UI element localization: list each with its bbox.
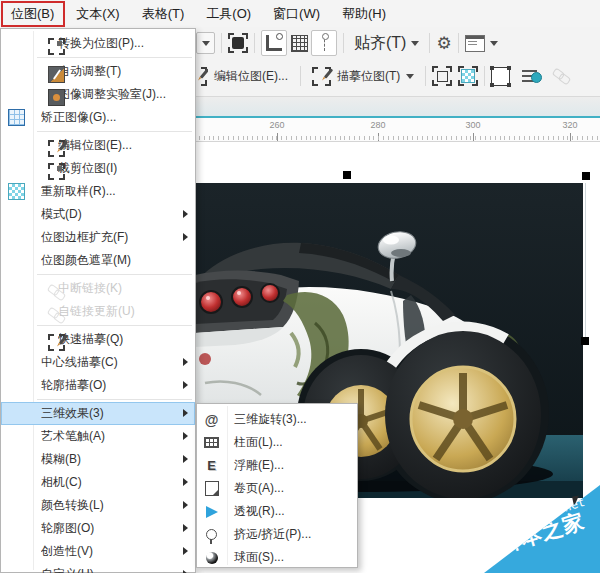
menubar-item-table[interactable]: 表格(T) <box>131 1 196 27</box>
crop-icon <box>437 71 448 82</box>
menu-item-creative[interactable]: 创造性(V) <box>1 540 195 563</box>
menu-item-inflate-bitmap[interactable]: 位图边框扩充(F) <box>1 226 195 249</box>
menu-item-auto-adjust[interactable]: 自动调整(T) <box>1 60 195 83</box>
menu-item-label: 快速描摹(Q) <box>58 331 123 348</box>
trace-bitmap-label: 描摹位图(T) <box>337 68 400 85</box>
menu-item-convert-to-bitmap[interactable]: 转换为位图(P)... <box>1 32 195 55</box>
toolbar-separator <box>458 33 459 53</box>
submenu-arrow-icon <box>183 358 188 366</box>
selection-marquee-line <box>585 183 586 343</box>
3d-rotate-icon: @ <box>203 411 220 428</box>
frame-fill <box>232 37 244 49</box>
resample-button[interactable] <box>458 66 478 86</box>
menu-item-art-strokes[interactable]: 艺术笔触(A) <box>1 425 195 448</box>
selection-handle-top-right[interactable] <box>582 172 590 180</box>
submenu-arrow-icon <box>183 547 188 555</box>
menu-item-label: 艺术笔触(A) <box>41 428 105 445</box>
menubar-item-bitmap[interactable]: 位图(B) <box>0 1 65 27</box>
submenu-item-label: 柱面(L)... <box>234 434 283 451</box>
straighten-image-icon <box>8 109 25 126</box>
menubar-item-window[interactable]: 窗口(W) <box>262 1 331 27</box>
submenu-arrow-icon <box>183 233 188 241</box>
submenu-item-3d-rotate[interactable]: @ 三维旋转(3)... <box>197 408 357 431</box>
menu-item-label: 矫正图像(G)... <box>41 109 116 126</box>
submenu-arrow-icon <box>183 381 188 389</box>
toolbar-separator <box>484 66 485 86</box>
menu-item-resample[interactable]: 重新取样(R)... <box>1 180 195 203</box>
menu-item-bitmap-color-mask[interactable]: 位图颜色遮罩(M) <box>1 249 195 272</box>
submenu-item-cylinder[interactable]: 柱面(L)... <box>197 431 357 454</box>
crop-bitmap-button[interactable] <box>432 66 452 86</box>
selection-handle-right-middle[interactable] <box>581 337 589 345</box>
ruler-label: 280 <box>370 120 385 130</box>
menu-item-label: 重新取样(R)... <box>41 183 116 200</box>
bitmap-boundary-button[interactable] <box>491 67 510 86</box>
menu-item-label: 相机(C) <box>41 474 82 491</box>
convert-to-bitmap-icon <box>48 38 65 55</box>
trace-bitmap-icon <box>312 67 331 86</box>
show-guidelines-button[interactable] <box>311 30 337 56</box>
menu-item-label: 轮廓描摹(O) <box>41 377 106 394</box>
menubar-item-tools[interactable]: 工具(O) <box>195 1 262 27</box>
submenu-item-page-curl[interactable]: 卷页(A)... <box>197 477 357 500</box>
perspective-icon <box>206 506 218 518</box>
snap-to-label: 贴齐(T) <box>354 33 406 54</box>
submenu-item-label: 卷页(A)... <box>234 480 284 497</box>
menu-bar: 位图(B) 文本(X) 表格(T) 工具(O) 窗口(W) 帮助(H) <box>0 0 600 27</box>
menu-item-outline-trace[interactable]: 轮廓描摹(O) <box>1 374 195 397</box>
menu-item-image-adjustment-lab[interactable]: 图像调整实验室(J)... <box>1 83 195 106</box>
full-screen-preview-icon[interactable] <box>228 33 248 53</box>
menu-item-camera[interactable]: 相机(C) <box>1 471 195 494</box>
window-layout-button[interactable] <box>465 35 498 52</box>
menu-item-label: 中心线描摹(C) <box>41 354 118 371</box>
toolbar-separator <box>425 66 426 86</box>
menu-item-color-transform[interactable]: 颜色转换(L) <box>1 494 195 517</box>
menu-item-edit-bitmap[interactable]: 编辑位图(E)... <box>1 134 195 157</box>
edit-bitmap-label: 编辑位图(E)... <box>214 68 288 85</box>
chevron-down-icon <box>406 74 414 79</box>
toolbar-separator <box>429 33 430 53</box>
menu-item-blur[interactable]: 模糊(B) <box>1 448 195 471</box>
snap-to-button[interactable]: 贴齐(T) <box>350 31 423 56</box>
menu-item-quick-trace[interactable]: 快速描摹(Q) <box>1 328 195 351</box>
menu-separator <box>37 274 192 275</box>
menu-item-contour[interactable]: 轮廓图(O) <box>1 517 195 540</box>
zoom-dropdown-button[interactable] <box>196 32 215 54</box>
standard-toolbar: 贴齐(T) ⚙ <box>196 30 600 56</box>
submenu-item-emboss[interactable]: E 浮雕(E)... <box>197 454 357 477</box>
submenu-arrow-icon <box>183 455 188 463</box>
sphere-icon <box>206 552 218 564</box>
menu-item-crop-bitmap[interactable]: 裁剪位图(I) <box>1 157 195 180</box>
menu-item-label: 自定义(U) <box>41 566 94 573</box>
trace-options-button[interactable] <box>522 68 542 84</box>
menubar-item-text[interactable]: 文本(X) <box>65 1 130 27</box>
menu-item-3d-effects[interactable]: 三维效果(3) <box>1 402 195 425</box>
menu-item-break-link: 中断链接(K) <box>1 277 195 300</box>
show-rulers-button[interactable] <box>261 30 287 56</box>
ruler-label: 320 <box>562 120 577 130</box>
cylinder-icon <box>204 437 219 448</box>
menu-separator <box>37 325 192 326</box>
menu-item-mode[interactable]: 模式(D) <box>1 203 195 226</box>
menubar-item-help[interactable]: 帮助(H) <box>331 1 397 27</box>
options-gear-button[interactable]: ⚙ <box>436 35 451 52</box>
submenu-item-perspective[interactable]: 透视(R)... <box>197 500 357 523</box>
menu-item-centerline-trace[interactable]: 中心线描摹(C) <box>1 351 195 374</box>
menu-item-straighten-image[interactable]: 矫正图像(G)... <box>1 106 195 129</box>
auto-adjust-icon <box>48 66 65 83</box>
trace-bitmap-button[interactable]: 描摹位图(T) <box>307 64 419 89</box>
menu-separator <box>37 131 192 132</box>
submenu-item-pinch-punch[interactable]: 挤远/挤近(P)... <box>197 523 357 546</box>
show-grid-button[interactable] <box>287 31 311 55</box>
submenu-item-sphere[interactable]: 球面(S)... <box>197 546 357 569</box>
resample-icon <box>461 69 475 83</box>
selection-handle-top-middle[interactable] <box>343 171 351 179</box>
guideline-icon <box>324 35 325 51</box>
menu-item-custom[interactable]: 自定义(U) <box>1 563 195 573</box>
submenu-item-label: 三维旋转(3)... <box>234 411 307 428</box>
toolbar-separator <box>221 33 222 53</box>
clock-icon <box>531 72 542 83</box>
edit-bitmap-button[interactable]: 编辑位图(E)... <box>208 65 294 88</box>
panel-icon <box>465 35 485 52</box>
coreldraw-window: 位图(B) 文本(X) 表格(T) 工具(O) 窗口(W) 帮助(H) 贴齐(T… <box>0 0 600 573</box>
